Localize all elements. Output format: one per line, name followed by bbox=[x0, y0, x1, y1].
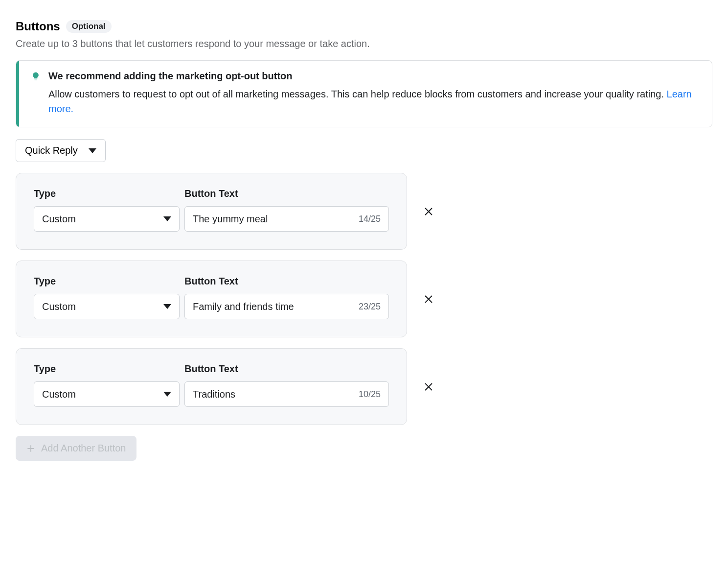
caret-down-icon bbox=[89, 148, 96, 153]
optional-badge: Optional bbox=[66, 20, 112, 33]
tip-text: Allow customers to request to opt out of… bbox=[48, 89, 664, 99]
button-card: Type Custom Button Text 14/25 bbox=[16, 173, 407, 250]
section-header: Buttons Optional bbox=[16, 20, 712, 33]
char-counter: 14/25 bbox=[359, 214, 381, 224]
type-select[interactable]: Custom bbox=[34, 381, 180, 407]
close-icon bbox=[423, 294, 434, 305]
plus-icon bbox=[26, 444, 35, 453]
button-row: Type Custom Button Text 23/25 bbox=[16, 260, 712, 337]
close-icon bbox=[423, 381, 434, 392]
button-row: Type Custom Button Text 14/25 bbox=[16, 173, 712, 250]
button-text-input[interactable] bbox=[193, 301, 354, 312]
button-text-label: Button Text bbox=[184, 188, 389, 199]
type-select[interactable]: Custom bbox=[34, 206, 180, 232]
button-text-label: Button Text bbox=[184, 276, 389, 287]
remove-button[interactable] bbox=[421, 379, 436, 395]
lightbulb-icon bbox=[31, 71, 41, 81]
type-value: Custom bbox=[42, 213, 76, 225]
button-card: Type Custom Button Text 23/25 bbox=[16, 260, 407, 337]
type-value: Custom bbox=[42, 389, 76, 400]
button-text-input[interactable] bbox=[193, 213, 354, 225]
section-title: Buttons bbox=[16, 20, 60, 33]
button-text-field[interactable]: 14/25 bbox=[184, 206, 389, 232]
type-value: Custom bbox=[42, 301, 76, 312]
char-counter: 10/25 bbox=[359, 389, 381, 400]
caret-down-icon bbox=[163, 304, 171, 309]
remove-button[interactable] bbox=[421, 204, 436, 219]
button-text-field[interactable]: 10/25 bbox=[184, 381, 389, 407]
caret-down-icon bbox=[163, 216, 171, 221]
close-icon bbox=[423, 206, 434, 217]
add-another-label: Add Another Button bbox=[41, 443, 126, 454]
caret-down-icon bbox=[163, 392, 171, 397]
recommendation-tip: We recommend adding the marketing opt-ou… bbox=[16, 60, 712, 127]
type-label: Type bbox=[34, 276, 180, 287]
button-text-field[interactable]: 23/25 bbox=[184, 294, 389, 319]
tip-description: Allow customers to request to opt out of… bbox=[48, 87, 700, 116]
reply-type-dropdown[interactable]: Quick Reply bbox=[16, 139, 106, 162]
add-another-button[interactable]: Add Another Button bbox=[16, 436, 136, 461]
remove-button[interactable] bbox=[421, 291, 436, 307]
button-card: Type Custom Button Text 10/25 bbox=[16, 348, 407, 425]
reply-type-value: Quick Reply bbox=[25, 145, 78, 156]
type-select[interactable]: Custom bbox=[34, 294, 180, 319]
type-label: Type bbox=[34, 363, 180, 375]
button-text-input[interactable] bbox=[193, 389, 354, 400]
char-counter: 23/25 bbox=[359, 302, 381, 312]
section-description: Create up to 3 buttons that let customer… bbox=[16, 38, 712, 49]
tip-title: We recommend adding the marketing opt-ou… bbox=[48, 71, 700, 82]
button-text-label: Button Text bbox=[184, 363, 389, 375]
type-label: Type bbox=[34, 188, 180, 199]
button-rows-container: Type Custom Button Text 14/25 bbox=[16, 173, 712, 425]
button-row: Type Custom Button Text 10/25 bbox=[16, 348, 712, 425]
